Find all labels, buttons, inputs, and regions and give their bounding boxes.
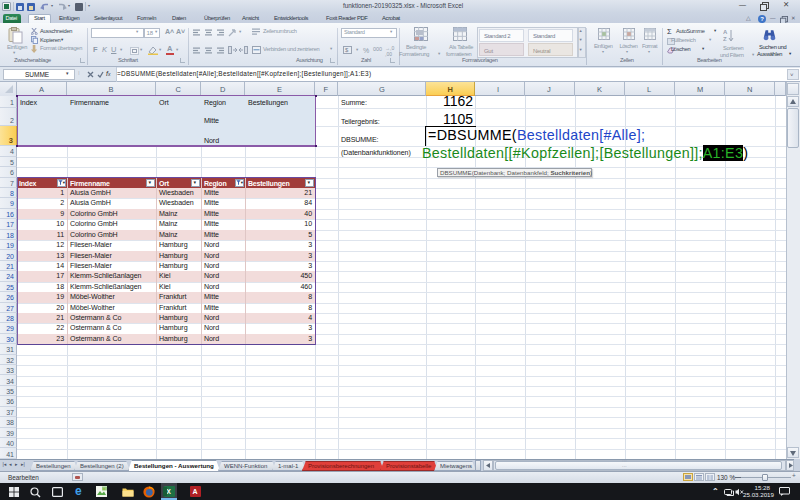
svg-text:Z: Z xyxy=(723,36,727,42)
svg-text:A: A xyxy=(723,29,728,35)
